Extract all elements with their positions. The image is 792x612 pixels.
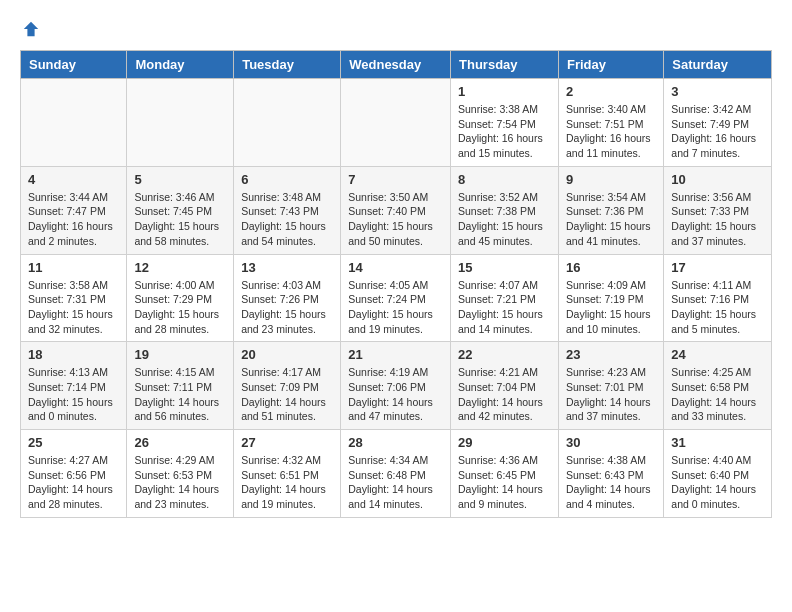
svg-marker-0 — [24, 22, 38, 36]
calendar-cell: 8Sunrise: 3:52 AM Sunset: 7:38 PM Daylig… — [451, 166, 559, 254]
day-number: 3 — [671, 84, 764, 99]
calendar-week-row: 4Sunrise: 3:44 AM Sunset: 7:47 PM Daylig… — [21, 166, 772, 254]
day-info: Sunrise: 4:36 AM Sunset: 6:45 PM Dayligh… — [458, 453, 551, 512]
day-info: Sunrise: 4:13 AM Sunset: 7:14 PM Dayligh… — [28, 365, 119, 424]
day-number: 16 — [566, 260, 656, 275]
calendar-cell: 3Sunrise: 3:42 AM Sunset: 7:49 PM Daylig… — [664, 79, 772, 167]
day-info: Sunrise: 3:58 AM Sunset: 7:31 PM Dayligh… — [28, 278, 119, 337]
calendar-week-row: 1Sunrise: 3:38 AM Sunset: 7:54 PM Daylig… — [21, 79, 772, 167]
day-number: 9 — [566, 172, 656, 187]
calendar-cell: 13Sunrise: 4:03 AM Sunset: 7:26 PM Dayli… — [234, 254, 341, 342]
day-info: Sunrise: 4:09 AM Sunset: 7:19 PM Dayligh… — [566, 278, 656, 337]
day-number: 17 — [671, 260, 764, 275]
day-number: 10 — [671, 172, 764, 187]
day-number: 19 — [134, 347, 226, 362]
day-number: 13 — [241, 260, 333, 275]
calendar-cell: 22Sunrise: 4:21 AM Sunset: 7:04 PM Dayli… — [451, 342, 559, 430]
day-info: Sunrise: 4:23 AM Sunset: 7:01 PM Dayligh… — [566, 365, 656, 424]
day-number: 30 — [566, 435, 656, 450]
day-number: 26 — [134, 435, 226, 450]
day-number: 25 — [28, 435, 119, 450]
day-number: 4 — [28, 172, 119, 187]
calendar-cell: 15Sunrise: 4:07 AM Sunset: 7:21 PM Dayli… — [451, 254, 559, 342]
day-number: 20 — [241, 347, 333, 362]
calendar-cell: 29Sunrise: 4:36 AM Sunset: 6:45 PM Dayli… — [451, 430, 559, 518]
day-info: Sunrise: 3:46 AM Sunset: 7:45 PM Dayligh… — [134, 190, 226, 249]
calendar-cell: 14Sunrise: 4:05 AM Sunset: 7:24 PM Dayli… — [341, 254, 451, 342]
day-info: Sunrise: 3:50 AM Sunset: 7:40 PM Dayligh… — [348, 190, 443, 249]
calendar-cell: 19Sunrise: 4:15 AM Sunset: 7:11 PM Dayli… — [127, 342, 234, 430]
calendar-cell: 27Sunrise: 4:32 AM Sunset: 6:51 PM Dayli… — [234, 430, 341, 518]
day-of-week-header: Sunday — [21, 51, 127, 79]
day-info: Sunrise: 4:21 AM Sunset: 7:04 PM Dayligh… — [458, 365, 551, 424]
calendar-cell: 2Sunrise: 3:40 AM Sunset: 7:51 PM Daylig… — [558, 79, 663, 167]
calendar-header-row: SundayMondayTuesdayWednesdayThursdayFrid… — [21, 51, 772, 79]
calendar-week-row: 25Sunrise: 4:27 AM Sunset: 6:56 PM Dayli… — [21, 430, 772, 518]
day-number: 18 — [28, 347, 119, 362]
day-info: Sunrise: 4:03 AM Sunset: 7:26 PM Dayligh… — [241, 278, 333, 337]
day-info: Sunrise: 4:25 AM Sunset: 6:58 PM Dayligh… — [671, 365, 764, 424]
calendar-cell: 20Sunrise: 4:17 AM Sunset: 7:09 PM Dayli… — [234, 342, 341, 430]
calendar-week-row: 11Sunrise: 3:58 AM Sunset: 7:31 PM Dayli… — [21, 254, 772, 342]
calendar-cell: 17Sunrise: 4:11 AM Sunset: 7:16 PM Dayli… — [664, 254, 772, 342]
day-number: 24 — [671, 347, 764, 362]
page-header — [20, 20, 772, 34]
calendar-cell: 24Sunrise: 4:25 AM Sunset: 6:58 PM Dayli… — [664, 342, 772, 430]
day-info: Sunrise: 4:00 AM Sunset: 7:29 PM Dayligh… — [134, 278, 226, 337]
calendar-cell: 26Sunrise: 4:29 AM Sunset: 6:53 PM Dayli… — [127, 430, 234, 518]
day-of-week-header: Wednesday — [341, 51, 451, 79]
calendar-cell — [21, 79, 127, 167]
calendar-cell: 31Sunrise: 4:40 AM Sunset: 6:40 PM Dayli… — [664, 430, 772, 518]
day-info: Sunrise: 3:48 AM Sunset: 7:43 PM Dayligh… — [241, 190, 333, 249]
logo — [20, 20, 40, 34]
day-of-week-header: Thursday — [451, 51, 559, 79]
day-info: Sunrise: 3:56 AM Sunset: 7:33 PM Dayligh… — [671, 190, 764, 249]
day-info: Sunrise: 4:40 AM Sunset: 6:40 PM Dayligh… — [671, 453, 764, 512]
day-number: 28 — [348, 435, 443, 450]
calendar-cell: 4Sunrise: 3:44 AM Sunset: 7:47 PM Daylig… — [21, 166, 127, 254]
day-info: Sunrise: 4:27 AM Sunset: 6:56 PM Dayligh… — [28, 453, 119, 512]
calendar-cell — [341, 79, 451, 167]
day-number: 8 — [458, 172, 551, 187]
day-number: 29 — [458, 435, 551, 450]
calendar-cell: 18Sunrise: 4:13 AM Sunset: 7:14 PM Dayli… — [21, 342, 127, 430]
day-info: Sunrise: 4:38 AM Sunset: 6:43 PM Dayligh… — [566, 453, 656, 512]
calendar-cell: 11Sunrise: 3:58 AM Sunset: 7:31 PM Dayli… — [21, 254, 127, 342]
day-info: Sunrise: 4:29 AM Sunset: 6:53 PM Dayligh… — [134, 453, 226, 512]
calendar-cell: 1Sunrise: 3:38 AM Sunset: 7:54 PM Daylig… — [451, 79, 559, 167]
calendar-cell: 6Sunrise: 3:48 AM Sunset: 7:43 PM Daylig… — [234, 166, 341, 254]
day-number: 7 — [348, 172, 443, 187]
day-number: 5 — [134, 172, 226, 187]
calendar-cell: 16Sunrise: 4:09 AM Sunset: 7:19 PM Dayli… — [558, 254, 663, 342]
day-number: 12 — [134, 260, 226, 275]
day-of-week-header: Tuesday — [234, 51, 341, 79]
logo-icon — [22, 20, 40, 38]
day-info: Sunrise: 4:32 AM Sunset: 6:51 PM Dayligh… — [241, 453, 333, 512]
day-info: Sunrise: 4:05 AM Sunset: 7:24 PM Dayligh… — [348, 278, 443, 337]
day-of-week-header: Saturday — [664, 51, 772, 79]
calendar-cell: 30Sunrise: 4:38 AM Sunset: 6:43 PM Dayli… — [558, 430, 663, 518]
day-number: 14 — [348, 260, 443, 275]
day-info: Sunrise: 4:15 AM Sunset: 7:11 PM Dayligh… — [134, 365, 226, 424]
calendar-cell: 12Sunrise: 4:00 AM Sunset: 7:29 PM Dayli… — [127, 254, 234, 342]
day-of-week-header: Monday — [127, 51, 234, 79]
day-number: 15 — [458, 260, 551, 275]
day-info: Sunrise: 3:44 AM Sunset: 7:47 PM Dayligh… — [28, 190, 119, 249]
calendar-cell — [127, 79, 234, 167]
day-info: Sunrise: 4:07 AM Sunset: 7:21 PM Dayligh… — [458, 278, 551, 337]
calendar-cell: 28Sunrise: 4:34 AM Sunset: 6:48 PM Dayli… — [341, 430, 451, 518]
calendar-cell: 9Sunrise: 3:54 AM Sunset: 7:36 PM Daylig… — [558, 166, 663, 254]
day-number: 11 — [28, 260, 119, 275]
calendar-cell: 7Sunrise: 3:50 AM Sunset: 7:40 PM Daylig… — [341, 166, 451, 254]
calendar-cell: 10Sunrise: 3:56 AM Sunset: 7:33 PM Dayli… — [664, 166, 772, 254]
day-info: Sunrise: 4:17 AM Sunset: 7:09 PM Dayligh… — [241, 365, 333, 424]
calendar-week-row: 18Sunrise: 4:13 AM Sunset: 7:14 PM Dayli… — [21, 342, 772, 430]
day-info: Sunrise: 3:52 AM Sunset: 7:38 PM Dayligh… — [458, 190, 551, 249]
day-number: 21 — [348, 347, 443, 362]
day-number: 31 — [671, 435, 764, 450]
day-info: Sunrise: 4:19 AM Sunset: 7:06 PM Dayligh… — [348, 365, 443, 424]
day-info: Sunrise: 4:34 AM Sunset: 6:48 PM Dayligh… — [348, 453, 443, 512]
calendar-table: SundayMondayTuesdayWednesdayThursdayFrid… — [20, 50, 772, 518]
day-number: 27 — [241, 435, 333, 450]
calendar-cell — [234, 79, 341, 167]
